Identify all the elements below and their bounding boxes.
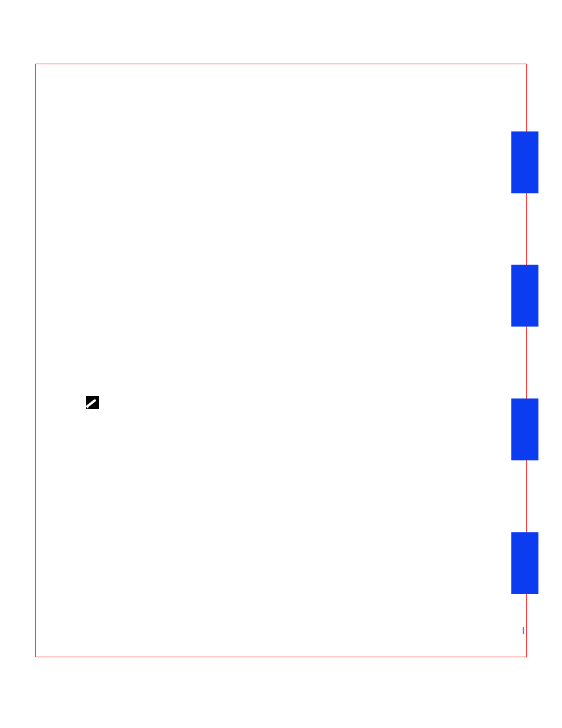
side-tab-3 [511,398,538,460]
page-content-frame [35,64,527,657]
footer-separator: | [520,626,527,634]
note-icon [86,396,99,409]
side-tab-2 [511,265,538,327]
side-tab-1 [511,131,538,193]
side-tab-4 [511,532,538,594]
page-footer: | [35,626,527,634]
